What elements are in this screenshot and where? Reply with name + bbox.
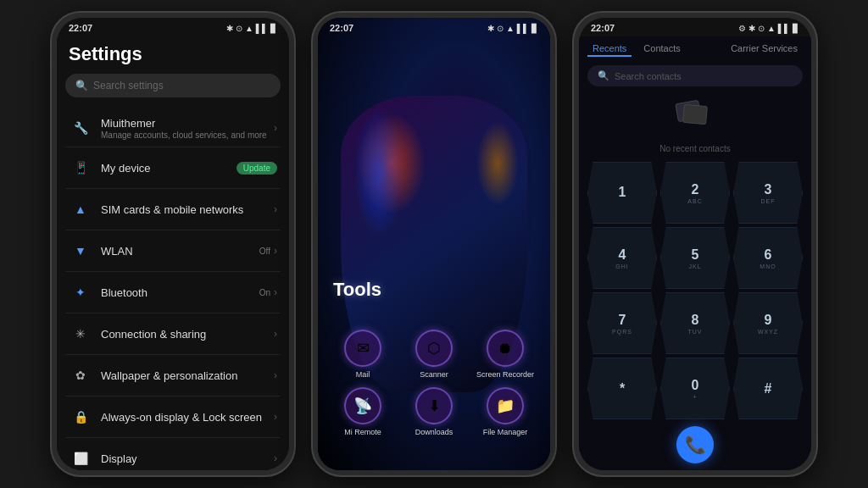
key-star[interactable]: * <box>587 358 657 419</box>
key-letters-5: JKL <box>688 263 701 269</box>
miuithemer-sublabel: Manage accounts, cloud services, and mor… <box>101 130 274 140</box>
screenrecorder-icon: ⏺ <box>487 330 524 367</box>
wallpaper-label: Wallpaper & personalization <box>101 369 274 382</box>
chevron-icon: › <box>274 203 277 215</box>
key-8[interactable]: 8 TUV <box>660 292 730 354</box>
status-icons-3: ⚙ ✱ ⊙ ▲ ▌▌ ▊ <box>738 24 799 33</box>
key-letters-0: + <box>693 394 697 400</box>
key-0[interactable]: 0 + <box>660 358 730 419</box>
tools-screen: 22:07 ✱ ⊙ ▲ ▌▌ ▊ Tools ✉ Mail <box>318 18 550 470</box>
tools-phone-screen: 22:07 ✱ ⊙ ▲ ▌▌ ▊ Tools ✉ Mail <box>318 18 550 470</box>
mydevice-label: My device <box>101 162 236 175</box>
app-item-scanner[interactable]: ⬡ Scanner <box>403 330 465 379</box>
key-1[interactable]: 1 <box>587 162 657 224</box>
aod-icon: 🔒 <box>69 405 92 429</box>
call-button[interactable]: 📞 <box>676 426 714 463</box>
bluetooth-icon: ✦ <box>69 280 92 304</box>
status-time-2: 22:07 <box>330 23 353 33</box>
key-hash[interactable]: # <box>733 358 803 419</box>
call-button-row: 📞 <box>579 419 811 470</box>
key-number-6: 6 <box>765 247 772 263</box>
search-icon: 🔍 <box>75 80 88 92</box>
key-letters-2: ABC <box>687 198 702 204</box>
settings-item-aod[interactable]: 🔒 Always-on display & Lock screen › <box>65 396 281 438</box>
key-number-0: 0 <box>692 378 699 393</box>
settings-search-bar[interactable]: 🔍 Search settings <box>65 74 281 97</box>
update-badge: Update <box>236 162 277 175</box>
settings-item-mydevice[interactable]: 📱 My device Update <box>65 147 281 189</box>
tab-carrier-services[interactable]: Carrier Services <box>726 42 803 57</box>
settings-item-bluetooth[interactable]: ✦ Bluetooth On› <box>65 272 281 313</box>
key-letters-7: PQRS <box>612 329 632 335</box>
filemanager-icon: 📁 <box>487 387 524 424</box>
app-item-mail[interactable]: ✉ Mail <box>331 330 394 379</box>
key-number-1: 1 <box>619 185 626 200</box>
key-2[interactable]: 2 ABC <box>660 162 730 224</box>
phone-settings: 22:07 ✱ ⊙ ▲ ▌▌ ▊ Settings 🔍 Search setti… <box>50 11 296 477</box>
chevron-icon: › <box>274 122 277 134</box>
mail-icon: ✉ <box>344 330 381 367</box>
chevron-icon: › <box>274 286 277 298</box>
status-bar-1: 22:07 ✱ ⊙ ▲ ▌▌ ▊ <box>57 18 289 36</box>
settings-item-wlan[interactable]: ▼ WLAN Off› <box>65 230 281 272</box>
app-item-downloads[interactable]: ⬇ Downloads <box>403 387 465 436</box>
status-bar-2: 22:07 ✱ ⊙ ▲ ▌▌ ▊ <box>318 18 550 36</box>
key-number-hash: # <box>765 381 772 396</box>
chevron-icon: › <box>274 411 277 423</box>
aod-label: Always-on display & Lock screen <box>101 411 274 424</box>
tab-contacts[interactable]: Contacts <box>638 42 685 57</box>
miremote-icon: 📡 <box>344 387 381 424</box>
key-letters-6: MNO <box>760 263 776 269</box>
settings-item-display[interactable]: ⬜ Display › <box>65 438 281 470</box>
phone-dialer: 22:07 ⚙ ✱ ⊙ ▲ ▌▌ ▊ Recents Contacts Carr… <box>572 11 818 477</box>
no-contacts-text: No recent contacts <box>659 144 730 153</box>
phone-tools: 22:07 ✱ ⊙ ▲ ▌▌ ▊ Tools ✉ Mail <box>311 11 557 477</box>
app-item-filemanager[interactable]: 📁 File Manager <box>474 387 537 436</box>
dialer-search-bar[interactable]: 🔍 Search contacts <box>587 65 803 86</box>
settings-title: Settings <box>65 36 281 74</box>
key-letters-9: WXYZ <box>758 329 778 335</box>
scanner-label: Scanner <box>420 370 448 379</box>
chevron-icon: › <box>274 369 277 381</box>
mail-label: Mail <box>356 370 370 379</box>
search-icon: 🔍 <box>598 70 609 81</box>
key-4[interactable]: 4 GHI <box>587 227 657 289</box>
app-item-miremote[interactable]: 📡 Mi Remote <box>331 387 394 436</box>
key-number-3: 3 <box>765 182 772 197</box>
status-bar-3: 22:07 ⚙ ✱ ⊙ ▲ ▌▌ ▊ <box>579 18 811 36</box>
dialer-phone-screen: 22:07 ⚙ ✱ ⊙ ▲ ▌▌ ▊ Recents Contacts Carr… <box>579 18 811 470</box>
key-9[interactable]: 9 WXYZ <box>733 292 803 354</box>
key-7[interactable]: 7 PQRS <box>587 292 657 354</box>
app-grid: ✉ Mail ⬡ Scanner ⏺ Screen Recorder 📡 Mi … <box>318 330 550 436</box>
key-number-4: 4 <box>619 247 626 263</box>
bluetooth-label: Bluetooth <box>101 286 259 299</box>
key-number-5: 5 <box>692 247 699 263</box>
settings-item-connection[interactable]: ✳ Connection & sharing › <box>65 313 281 355</box>
wlan-icon: ▼ <box>69 239 92 263</box>
status-time-1: 22:07 <box>69 23 92 33</box>
status-icons-1: ✱ ⊙ ▲ ▌▌ ▊ <box>226 24 277 33</box>
settings-item-miuithemer[interactable]: 🔧 Miuithemer Manage accounts, cloud serv… <box>65 109 281 147</box>
app-item-screenrecorder[interactable]: ⏺ Screen Recorder <box>474 330 537 379</box>
scanner-icon: ⬡ <box>415 330 453 367</box>
settings-item-sim[interactable]: ▲ SIM cards & mobile networks › <box>65 189 281 230</box>
search-placeholder: Search settings <box>93 80 164 92</box>
display-icon: ⬜ <box>69 446 92 470</box>
key-letters-8: TUV <box>688 329 703 335</box>
screenrecorder-label: Screen Recorder <box>476 370 534 379</box>
key-3[interactable]: 3 DEF <box>733 162 803 224</box>
wallpaper-icon: ✿ <box>69 363 92 387</box>
key-number-2: 2 <box>692 182 699 197</box>
key-number-9: 9 <box>765 313 772 328</box>
settings-item-wallpaper[interactable]: ✿ Wallpaper & personalization › <box>65 355 281 396</box>
status-icons-2: ✱ ⊙ ▲ ▌▌ ▊ <box>487 24 538 33</box>
wlan-label: WLAN <box>101 245 259 258</box>
miuithemer-label: Miuithemer <box>101 117 274 130</box>
downloads-icon: ⬇ <box>415 387 453 424</box>
key-5[interactable]: 5 JKL <box>660 227 730 289</box>
tab-recents[interactable]: Recents <box>587 42 632 57</box>
key-6[interactable]: 6 MNO <box>733 227 803 289</box>
no-recent-contacts: No recent contacts <box>579 93 811 162</box>
chevron-icon: › <box>274 328 277 340</box>
sim-label: SIM cards & mobile networks <box>101 203 274 216</box>
